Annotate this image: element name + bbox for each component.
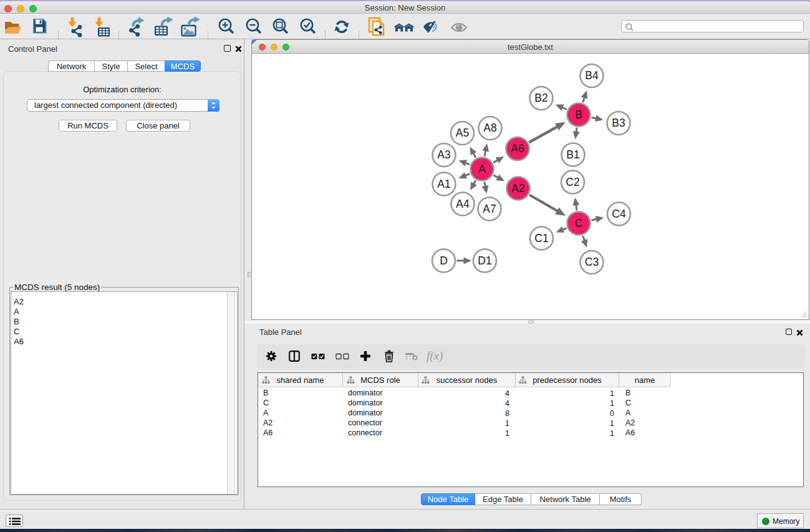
svg-text:C4: C4 [612,208,626,220]
svg-text:A: A [478,163,486,175]
svg-text:B1: B1 [566,148,579,161]
svg-text:D: D [440,254,448,267]
svg-text:A6: A6 [511,142,524,155]
svg-text:A5: A5 [456,127,469,139]
svg-text:B3: B3 [612,117,625,129]
svg-text:A4: A4 [456,198,470,210]
svg-text:C3: C3 [585,256,599,268]
svg-text:A3: A3 [437,148,450,161]
svg-text:C2: C2 [566,176,579,188]
svg-text:A7: A7 [483,203,496,215]
svg-text:B4: B4 [585,69,599,82]
svg-text:C1: C1 [534,232,548,244]
svg-text:C: C [575,217,583,230]
svg-text:B2: B2 [534,92,547,104]
svg-text:D1: D1 [478,254,491,267]
svg-text:B: B [575,109,582,121]
svg-text:A2: A2 [511,182,524,195]
svg-text:A8: A8 [483,122,496,134]
svg-text:A1: A1 [437,178,450,190]
